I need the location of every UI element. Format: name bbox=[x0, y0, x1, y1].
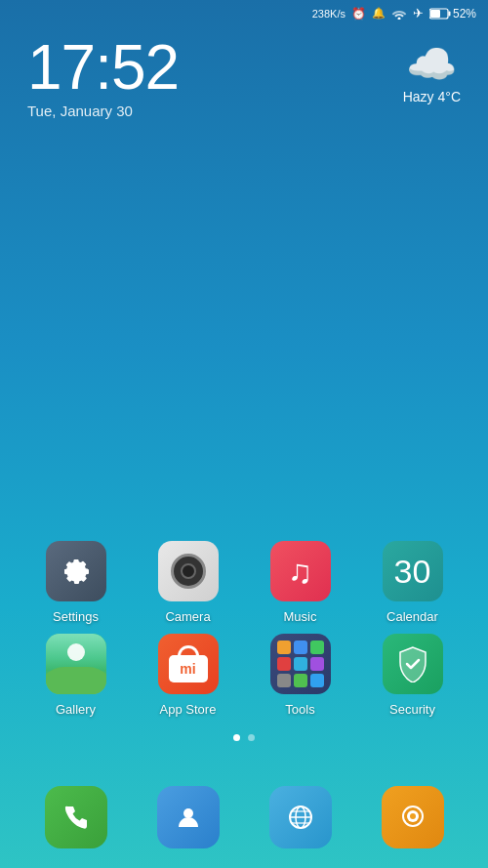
phone-icon-bg bbox=[45, 786, 107, 848]
clock-display: 17:52 bbox=[27, 36, 179, 99]
tools-icon-bg bbox=[270, 634, 331, 694]
dock-messages[interactable] bbox=[382, 786, 444, 848]
tools-cell-2 bbox=[310, 641, 324, 654]
app-settings[interactable]: Settings bbox=[32, 541, 120, 624]
dock bbox=[0, 786, 488, 848]
camera-lens-inner bbox=[181, 563, 196, 579]
page-dots bbox=[20, 734, 468, 741]
tools-cell-3 bbox=[277, 657, 291, 671]
dock-contacts[interactable] bbox=[157, 786, 220, 848]
app-camera[interactable]: Camera bbox=[144, 541, 232, 624]
app-music[interactable]: ♫ Music bbox=[257, 541, 345, 624]
gallery-landscape bbox=[46, 634, 106, 694]
calendar-day: 30 bbox=[394, 553, 431, 591]
tools-cell-1 bbox=[294, 641, 307, 654]
mi-logo-text: mi bbox=[180, 661, 195, 677]
dock-phone[interactable] bbox=[45, 786, 107, 848]
weather-block: ☁️ Hazy 4°C bbox=[403, 36, 461, 104]
page-dot-1 bbox=[233, 734, 240, 741]
apps-area: Settings Camera ♫ Music 30 Calendar bbox=[0, 541, 488, 741]
airplane-icon: ✈ bbox=[413, 6, 424, 21]
time-block: 17:52 Tue, January 30 bbox=[27, 36, 179, 119]
app-row-1: Settings Camera ♫ Music 30 Calendar bbox=[20, 541, 468, 624]
music-note-icon: ♫ bbox=[288, 553, 313, 591]
date-display: Tue, January 30 bbox=[27, 103, 179, 119]
svg-rect-2 bbox=[448, 11, 450, 16]
phone-svg bbox=[61, 803, 91, 832]
gallery-label: Gallery bbox=[56, 702, 96, 717]
app-appstore[interactable]: mi App Store bbox=[144, 634, 232, 717]
tools-label: Tools bbox=[285, 702, 314, 717]
network-speed: 238K/s bbox=[312, 8, 346, 20]
battery-percent: 52% bbox=[453, 7, 476, 21]
calendar-icon-bg: 30 bbox=[383, 541, 443, 601]
messages-svg bbox=[398, 803, 427, 832]
weather-icon: ☁️ bbox=[406, 44, 457, 85]
page-dot-2 bbox=[248, 734, 255, 741]
battery-icon: 52% bbox=[429, 7, 476, 21]
gallery-hill bbox=[46, 667, 106, 694]
tools-cell-8 bbox=[310, 674, 324, 687]
time-weather-section: 17:52 Tue, January 30 ☁️ Hazy 4°C bbox=[0, 26, 488, 119]
contacts-svg bbox=[174, 803, 203, 832]
music-icon-bg: ♫ bbox=[270, 541, 331, 601]
browser-svg bbox=[286, 803, 315, 832]
app-security[interactable]: Security bbox=[369, 634, 457, 717]
app-row-2: Gallery mi App Store Tools bbox=[20, 634, 468, 717]
gallery-sun bbox=[67, 643, 85, 661]
contacts-icon-bg bbox=[157, 786, 220, 848]
shield-svg bbox=[396, 645, 429, 682]
appstore-label: App Store bbox=[160, 702, 217, 717]
gallery-icon-bg bbox=[46, 634, 106, 694]
security-icon-bg bbox=[383, 634, 443, 694]
tools-grid-icon bbox=[270, 634, 331, 694]
tools-cell-4 bbox=[294, 657, 307, 671]
mi-bag-icon: mi bbox=[169, 645, 208, 682]
appstore-icon-bg: mi bbox=[158, 634, 219, 694]
calendar-label: Calendar bbox=[386, 609, 438, 624]
tools-cell-0 bbox=[277, 641, 291, 654]
svg-point-3 bbox=[183, 808, 193, 818]
wifi-icon bbox=[391, 7, 407, 20]
browser-icon-bg bbox=[269, 786, 332, 848]
app-calendar[interactable]: 30 Calendar bbox=[369, 541, 457, 624]
camera-label: Camera bbox=[165, 609, 210, 624]
status-bar: 238K/s ⏰ 🔔 ✈ 52% bbox=[0, 0, 488, 26]
tools-cell-7 bbox=[294, 674, 307, 687]
app-gallery[interactable]: Gallery bbox=[32, 634, 120, 717]
settings-label: Settings bbox=[53, 609, 99, 624]
dock-browser[interactable] bbox=[269, 786, 332, 848]
svg-rect-1 bbox=[430, 10, 440, 18]
weather-condition: Hazy 4°C bbox=[403, 89, 461, 104]
mi-bag-body: mi bbox=[169, 655, 208, 682]
camera-icon-bg bbox=[158, 541, 219, 601]
alarm-icon: ⏰ bbox=[351, 7, 366, 21]
alarm2-icon: 🔔 bbox=[372, 7, 386, 20]
camera-lens-outer bbox=[171, 554, 206, 589]
messages-icon-bg bbox=[382, 786, 444, 848]
settings-icon-bg bbox=[46, 541, 106, 601]
tools-cell-5 bbox=[310, 657, 324, 671]
security-label: Security bbox=[389, 702, 435, 717]
svg-point-11 bbox=[410, 813, 416, 819]
tools-cell-6 bbox=[277, 674, 291, 687]
music-label: Music bbox=[284, 609, 317, 624]
app-tools[interactable]: Tools bbox=[257, 634, 345, 717]
